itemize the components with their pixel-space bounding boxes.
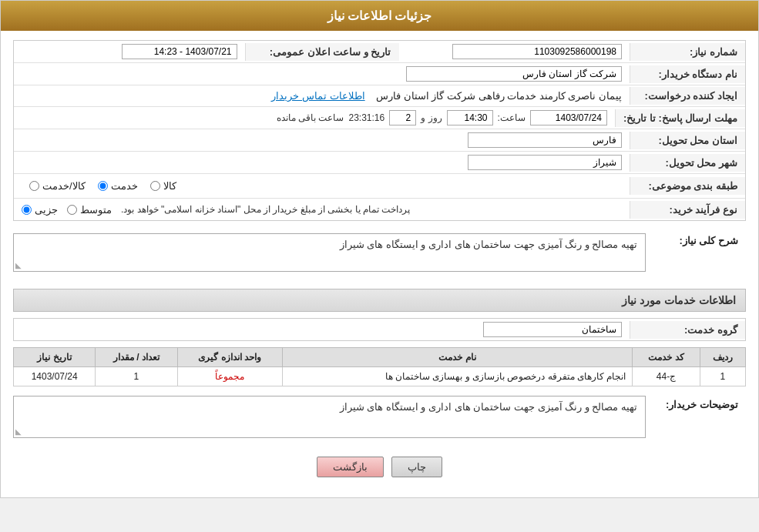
category-kala-label: کالا: [163, 180, 176, 192]
category-kala-radio[interactable]: [150, 181, 160, 191]
button-row: چاپ بازگشت: [13, 446, 746, 488]
page-header: جزئیات اطلاعات نیاز: [1, 1, 758, 31]
category-label: طبقه بندی موضوعی:: [630, 177, 745, 195]
response-days-label: روز و: [421, 112, 442, 123]
purchase-jozii-option[interactable]: جزیی: [22, 204, 58, 216]
purchase-jozii-radio[interactable]: [22, 205, 32, 215]
category-kala-khadamat-option[interactable]: کالا/خدمت: [29, 180, 86, 192]
announce-value: [14, 41, 245, 62]
td-date: 1403/07/24: [14, 367, 96, 386]
col-code: کد خدمت: [633, 348, 700, 367]
category-khadamat-radio[interactable]: [98, 181, 108, 191]
remaining-time-value: 23:31:16: [348, 112, 385, 123]
requester-link[interactable]: اطلاعات تماس خریدار: [271, 90, 364, 102]
sharh-value: تهیه مصالح و رنگ آمیزی جهت ساختمان های ا…: [13, 233, 646, 272]
province-input[interactable]: [468, 132, 622, 148]
requester-row: ایجاد کننده درخواست: پیمان ناصری کارمند …: [14, 85, 745, 107]
purchase-motavaset-radio[interactable]: [67, 205, 77, 215]
td-radif: 1: [700, 367, 745, 386]
td-qty: 1: [96, 367, 177, 386]
need-number-input[interactable]: [452, 44, 622, 59]
announce-input[interactable]: [122, 44, 237, 59]
province-row: استان محل تحویل:: [14, 129, 745, 152]
province-label: استان محل تحویل:: [630, 132, 745, 149]
page-title: جزئیات اطلاعات نیاز: [327, 9, 432, 22]
services-table: ردیف کد خدمت نام خدمت واحد اندازه گیری ت…: [13, 347, 746, 386]
category-khadamat-label: خدمت: [111, 180, 138, 192]
response-deadline-row: مهلت ارسال پاسخ: تا تاریخ: ساعت: روز و 2…: [14, 107, 745, 129]
buyer-org-value: [14, 63, 630, 85]
buyer-desc-label: توضیحات خریدار:: [646, 394, 746, 415]
response-deadline-label: مهلت ارسال پاسخ: تا تاریخ:: [615, 109, 745, 127]
col-qty: تعداد / مقدار: [96, 348, 177, 367]
province-value: [14, 129, 630, 151]
sharh-section: شرح کلی نیاز: تهیه مصالح و رنگ آمیزی جهت…: [13, 230, 746, 281]
category-kala-khadamat-radio[interactable]: [29, 181, 39, 191]
buyer-desc-section: توضیحات خریدار: تهیه مصالح و رنگ آمیزی ج…: [13, 394, 746, 438]
buyer-org-label: نام دستگاه خریدار:: [630, 65, 745, 83]
td-code: ج-44: [633, 367, 700, 386]
group-value: [14, 319, 630, 340]
response-time-input[interactable]: [447, 110, 493, 125]
buyer-org-row: نام دستگاه خریدار:: [14, 63, 745, 85]
requester-value: پیمان ناصری کارمند خدمات رفاهی شرکت گاز …: [14, 87, 630, 105]
sharh-label: شرح کلی نیاز:: [646, 230, 746, 251]
services-table-container: ردیف کد خدمت نام خدمت واحد اندازه گیری ت…: [13, 347, 746, 386]
td-name: انجام کارهای متفرقه درخصوص بازسازی و بهس…: [282, 367, 633, 386]
col-date: تاریخ نیاز: [14, 348, 96, 367]
purchase-motavaset-label: متوسط: [80, 204, 112, 216]
group-input[interactable]: [483, 322, 622, 337]
need-number-row: شماره نیاز: تاریخ و ساعت اعلان عمومی:: [14, 41, 745, 63]
col-name: نام خدمت: [282, 348, 633, 367]
city-label: شهر محل تحویل:: [630, 154, 745, 172]
city-row: شهر محل تحویل:: [14, 152, 745, 174]
response-time-label: ساعت:: [498, 112, 526, 123]
remaining-label: ساعت باقی مانده: [277, 112, 344, 123]
purchase-note: پرداخت تمام یا بخشی از مبلغ خریدار از مح…: [121, 204, 410, 215]
table-row: 1ج-44انجام کارهای متفرقه درخصوص بازسازی …: [14, 367, 746, 386]
category-kala-khadamat-label: کالا/خدمت: [42, 180, 86, 192]
response-date-input[interactable]: [530, 110, 607, 125]
info-section: شماره نیاز: تاریخ و ساعت اعلان عمومی: نا…: [13, 40, 746, 221]
col-radif: ردیف: [700, 348, 745, 367]
print-button[interactable]: چاپ: [391, 457, 442, 477]
purchase-type-label: نوع فرآیند خرید:: [630, 201, 745, 219]
need-number-value: [399, 41, 630, 62]
category-khadamat-option[interactable]: خدمت: [98, 180, 138, 192]
category-kala-option[interactable]: کالا: [150, 180, 176, 192]
purchase-jozii-label: جزیی: [35, 204, 58, 216]
services-section-title: اطلاعات خدمات مورد نیاز: [13, 289, 746, 312]
category-row: طبقه بندی موضوعی: کالا خدمت کالا/خدمت: [14, 174, 745, 199]
purchase-type-row: نوع فرآیند خرید: پرداخت تمام یا بخشی از …: [14, 199, 745, 220]
group-label: گروه خدمت:: [630, 321, 745, 339]
announce-label: تاریخ و ساعت اعلان عمومی:: [245, 43, 399, 61]
col-unit: واحد اندازه گیری: [177, 348, 282, 367]
requester-text: پیمان ناصری کارمند خدمات رفاهی شرکت گاز …: [376, 90, 622, 102]
response-deadline-value: ساعت: روز و 23:31:16 ساعت باقی مانده: [14, 107, 615, 129]
buyer-org-input[interactable]: [406, 66, 622, 82]
service-group-row: گروه خدمت:: [14, 319, 745, 340]
requester-label: ایجاد کننده درخواست:: [630, 87, 745, 105]
purchase-motavaset-option[interactable]: متوسط: [67, 204, 112, 216]
city-input[interactable]: [468, 155, 622, 170]
td-unit: مجموعاً: [177, 367, 282, 386]
buyer-desc-value: تهیه مصالح و رنگ آمیزی جهت ساختمان های ا…: [13, 396, 646, 438]
response-days-input[interactable]: [389, 110, 416, 125]
service-group-section: گروه خدمت:: [13, 318, 746, 341]
purchase-type-value: پرداخت تمام یا بخشی از مبلغ خریدار از مح…: [14, 201, 630, 219]
need-number-label: شماره نیاز:: [630, 43, 745, 61]
back-button[interactable]: بازگشت: [317, 457, 384, 477]
city-value: [14, 152, 630, 173]
category-value: کالا خدمت کالا/خدمت: [14, 174, 630, 198]
